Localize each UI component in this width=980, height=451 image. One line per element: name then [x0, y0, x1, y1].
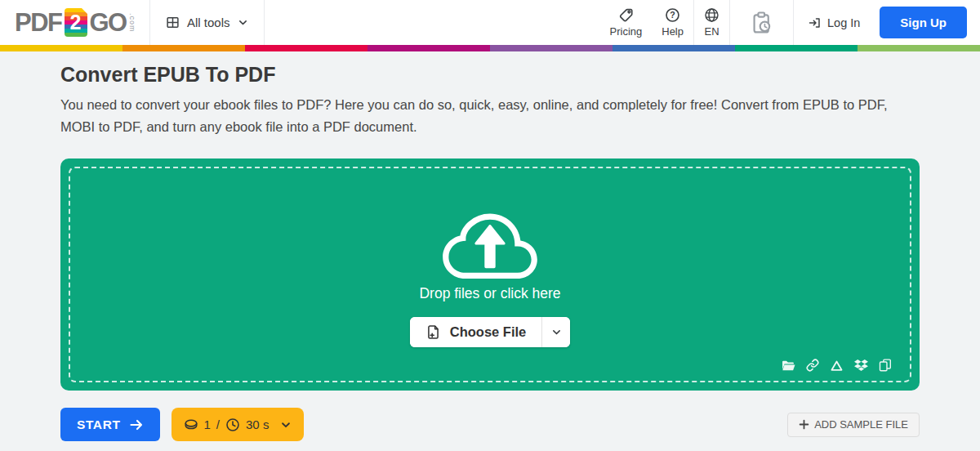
rainbow-segment — [245, 45, 368, 51]
rainbow-segment — [490, 45, 612, 51]
dropbox-icon[interactable] — [854, 359, 868, 372]
login-arrow-icon — [808, 16, 822, 29]
pdf2go-logo[interactable]: PDF 2 GO .com — [0, 0, 148, 45]
logo-rainbow-tile: 2 — [65, 8, 87, 37]
login-button[interactable]: Log In — [794, 0, 875, 45]
plus-icon — [799, 419, 809, 430]
credits-value: 1 — [204, 418, 211, 431]
arrow-right-icon — [129, 418, 144, 432]
logo-text-go: GO — [90, 8, 127, 38]
file-plus-icon — [425, 324, 441, 340]
drop-files-label: Drop files or click here — [419, 285, 560, 302]
navbar-right: Pricing ? Help EN — [600, 0, 980, 45]
cloud-upload-icon — [443, 202, 537, 279]
help-circle-icon: ? — [665, 7, 680, 23]
choose-file-dropdown-button[interactable] — [541, 317, 570, 347]
clock-icon — [225, 418, 240, 432]
rainbow-segment — [122, 45, 245, 51]
main-content: Convert EPUB To PDF You need to convert … — [0, 51, 980, 441]
price-tag-icon — [618, 7, 634, 23]
choose-file-split-button: Choose File — [410, 317, 571, 347]
paste-icon[interactable] — [879, 359, 892, 372]
all-tools-label: All tools — [187, 16, 230, 29]
page-title: Convert EPUB To PDF — [60, 63, 920, 87]
grid-icon — [166, 16, 180, 29]
add-sample-file-button[interactable]: ADD SAMPLE FILE — [787, 413, 920, 437]
time-value: 30 s — [246, 418, 269, 431]
logo-text-com: .com — [128, 13, 136, 33]
job-history-button[interactable] — [730, 0, 793, 45]
open-folder-icon[interactable] — [782, 359, 795, 372]
coin-icon — [184, 418, 198, 431]
signup-button[interactable]: Sign Up — [880, 7, 967, 38]
file-dropzone[interactable]: Drop files or click here Choose File — [60, 159, 920, 391]
top-navbar: PDF 2 GO .com All tools Pricing — [0, 0, 980, 45]
nav-pricing[interactable]: Pricing — [600, 0, 653, 45]
nav-help[interactable]: ? Help — [652, 0, 693, 45]
start-button[interactable]: START — [60, 408, 160, 441]
rainbow-segment — [858, 45, 980, 51]
clipboard-clock-icon — [751, 11, 773, 34]
dropzone-inner[interactable]: Drop files or click here Choose File — [69, 167, 911, 382]
link-icon[interactable] — [806, 359, 819, 372]
add-sample-file-label: ADD SAMPLE FILE — [814, 418, 908, 431]
upload-source-icons — [782, 359, 892, 372]
nav-pricing-label: Pricing — [610, 25, 643, 38]
rainbow-segment — [0, 45, 122, 51]
credits-separator: / — [216, 418, 220, 431]
page-description: You need to convert your ebook files to … — [60, 94, 895, 138]
rainbow-bar — [0, 45, 980, 51]
rainbow-segment — [612, 45, 735, 51]
login-label: Log In — [827, 16, 860, 29]
rainbow-segment — [735, 45, 858, 51]
globe-icon — [704, 7, 719, 23]
rainbow-segment — [368, 45, 490, 51]
chevron-down-icon — [551, 327, 562, 337]
choose-file-button[interactable]: Choose File — [410, 317, 542, 347]
google-drive-icon[interactable] — [830, 359, 844, 372]
nav-help-label: Help — [662, 25, 684, 38]
nav-language-label: EN — [704, 25, 719, 38]
action-row: START 1 / 30 s — [60, 408, 920, 441]
svg-text:?: ? — [670, 10, 675, 20]
chevron-down-icon — [280, 419, 292, 431]
chevron-down-icon — [238, 17, 248, 28]
credits-dropdown[interactable]: 1 / 30 s — [172, 408, 305, 441]
start-label: START — [77, 418, 121, 432]
choose-file-label: Choose File — [450, 324, 527, 340]
all-tools-menu[interactable]: All tools — [149, 0, 265, 45]
nav-language[interactable]: EN — [694, 0, 729, 45]
logo-text-pdf: PDF — [15, 8, 62, 38]
